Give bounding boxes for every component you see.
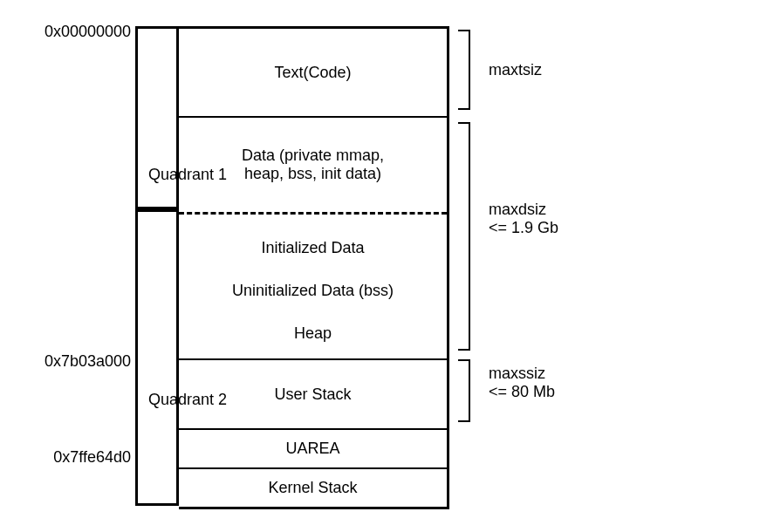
segment-text-code-label: Text(Code) [274,64,351,82]
address-label-uarea: 0x7ffe64d0 [17,448,131,467]
segment-init-data-label: Initialized Data [261,239,364,257]
bracket-maxdsiz [458,122,470,351]
limit-maxssiz-line2: <= 80 Mb [489,383,555,401]
segment-heap-label: Heap [294,324,332,343]
segment-kernel-stack: Kernel Stack [179,467,447,507]
segment-text-code: Text(Code) [179,29,447,116]
segment-uninit-data-label: Uninitialized Data (bss) [232,282,394,300]
segment-data: Data (private mmap, heap, bss, init data… [179,116,447,212]
segment-kernel-stack-label: Kernel Stack [268,479,357,497]
limit-maxdsiz: maxdsiz <= 1.9 Gb [489,201,558,237]
bracket-maxssiz [458,359,470,422]
bracket-maxtsiz [458,30,470,110]
limit-maxdsiz-line2: <= 1.9 Gb [489,219,558,237]
limit-maxtsiz: maxtsiz [489,61,542,79]
quadrant-1-label: Quadrant 1 [148,166,227,184]
memory-layout-column: Text(Code) Data (private mmap, heap, bss… [179,26,449,509]
limit-maxdsiz-line1: maxdsiz [489,201,558,219]
segment-user-stack-label: User Stack [274,385,351,404]
segment-data-line2: heap, bss, init data) [244,165,381,183]
segment-data-detail: Initialized Data Uninitialized Data (bss… [179,215,447,358]
quadrant-2-label: Quadrant 2 [148,391,227,409]
segment-uarea-label: UAREA [285,440,339,458]
address-label-top: 0x00000000 [17,23,131,41]
quadrant-2-bar [135,209,179,506]
address-label-mid: 0x7b03a000 [17,352,131,371]
segment-data-line1: Data (private mmap, [242,147,384,165]
limit-maxssiz: maxssiz <= 80 Mb [489,365,555,401]
segment-uarea: UAREA [179,428,447,467]
limit-maxssiz-line1: maxssiz [489,365,555,383]
